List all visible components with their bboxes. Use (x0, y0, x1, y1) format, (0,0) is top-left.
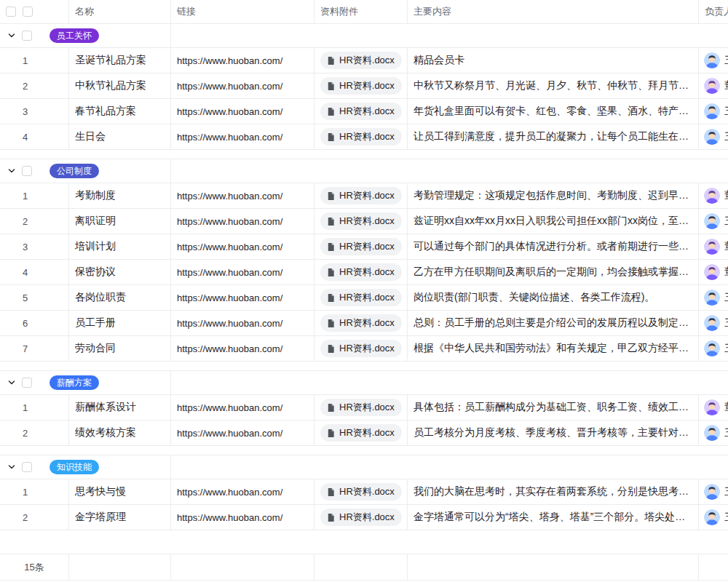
attachment-chip[interactable]: HR资料.docx (320, 289, 402, 306)
content-cell[interactable]: 考勤管理规定：这项规定包括作息时间、考勤制度、迟到早… (408, 183, 699, 208)
row-index[interactable]: 3 (0, 99, 69, 124)
row-index[interactable]: 2 (0, 420, 69, 445)
row-index[interactable]: 6 (0, 311, 69, 335)
link-cell[interactable]: https://www.huoban.com/ (171, 311, 314, 335)
row-index[interactable]: 5 (0, 285, 69, 310)
attachment-cell[interactable]: HR资料.docx (314, 505, 408, 530)
name-cell[interactable]: 绩效考核方案 (69, 420, 171, 445)
group-checkbox[interactable] (22, 378, 32, 388)
content-cell[interactable]: 年货礼盒里面可以有贺卡、红包、零食、坚果、酒水、特产… (408, 99, 699, 124)
content-cell[interactable]: 精品会员卡 (408, 48, 699, 73)
attachment-chip[interactable]: HR资料.docx (320, 340, 402, 357)
owner-cell[interactable]: 三 (699, 336, 728, 361)
name-cell[interactable]: 各岗位职责 (69, 285, 171, 310)
owner-cell[interactable]: 三 (699, 311, 728, 335)
owner-cell[interactable]: 三 (699, 505, 728, 530)
column-header-content[interactable]: 主要内容 (408, 0, 699, 23)
attachment-chip[interactable]: HR资料.docx (320, 263, 402, 281)
name-cell[interactable]: 考勤制度 (69, 183, 171, 208)
name-cell[interactable]: 金字塔原理 (69, 505, 171, 530)
name-cell[interactable]: 薪酬体系设计 (69, 395, 171, 420)
owner-cell[interactable]: 董 (699, 73, 728, 98)
link-cell[interactable]: https://www.huoban.com/ (171, 209, 314, 234)
attachment-cell[interactable]: HR资料.docx (314, 260, 408, 284)
chevron-down-icon[interactable] (7, 378, 16, 387)
attachment-cell[interactable]: HR资料.docx (314, 420, 408, 445)
chevron-down-icon[interactable] (7, 167, 16, 175)
row-index[interactable]: 2 (0, 209, 69, 234)
row-index[interactable]: 1 (0, 479, 69, 504)
column-header-name[interactable]: 名称 (69, 0, 171, 23)
group-badge[interactable]: 薪酬方案 (50, 375, 99, 390)
attachment-cell[interactable]: HR资料.docx (314, 73, 408, 98)
attachment-cell[interactable]: HR资料.docx (314, 234, 408, 259)
content-cell[interactable]: 根据《中华人民共和国劳动法》和有关规定，甲乙双方经平… (408, 336, 699, 361)
attachment-chip[interactable]: HR资料.docx (320, 509, 402, 526)
owner-cell[interactable]: 三 (699, 124, 728, 149)
group-checkbox[interactable] (22, 462, 32, 472)
content-cell[interactable]: 中秋节又称祭月节、月光诞、月夕、秋节、仲秋节、拜月节… (408, 73, 699, 98)
owner-cell[interactable]: 三 (699, 285, 728, 310)
group-checkbox[interactable] (22, 166, 32, 176)
chevron-down-icon[interactable] (7, 31, 16, 40)
attachment-chip[interactable]: HR资料.docx (320, 52, 402, 69)
owner-cell[interactable]: 三 (699, 99, 728, 124)
row-index[interactable]: 4 (0, 260, 69, 284)
name-cell[interactable]: 员工手册 (69, 311, 171, 335)
content-cell[interactable]: 可以通过每个部门的具体情况进行分析。或者前期进行一些… (408, 234, 699, 259)
link-cell[interactable]: https://www.huoban.com/ (171, 285, 314, 310)
attachment-chip[interactable]: HR资料.docx (320, 238, 402, 255)
row-index[interactable]: 4 (0, 124, 69, 149)
attachment-cell[interactable]: HR资料.docx (314, 285, 408, 310)
link-cell[interactable]: https://www.huoban.com/ (171, 479, 314, 504)
group-badge[interactable]: 知识技能 (50, 460, 99, 474)
owner-cell[interactable]: 董 (699, 183, 728, 208)
attachment-chip[interactable]: HR资料.docx (320, 424, 402, 442)
link-cell[interactable]: https://www.huoban.com/ (171, 183, 314, 208)
link-cell[interactable]: https://www.huoban.com/ (171, 420, 314, 445)
content-cell[interactable]: 具体包括：员工薪酬构成分为基础工资、职务工资、绩效工… (408, 395, 699, 420)
attachment-chip[interactable]: HR资料.docx (320, 103, 402, 120)
link-cell[interactable]: https://www.huoban.com/ (171, 234, 314, 259)
attachment-chip[interactable]: HR资料.docx (320, 128, 402, 146)
owner-cell[interactable]: 三 (699, 479, 728, 504)
row-index[interactable]: 2 (0, 505, 69, 530)
owner-cell[interactable]: 三 (699, 420, 728, 445)
collapse-all-toggle[interactable] (6, 7, 16, 17)
content-cell[interactable]: 总则：员工手册的总则主要是介绍公司的发展历程以及制定… (408, 311, 699, 335)
link-cell[interactable]: https://www.huoban.com/ (171, 124, 314, 149)
link-cell[interactable]: https://www.huoban.com/ (171, 395, 314, 420)
name-cell[interactable]: 培训计划 (69, 234, 171, 259)
name-cell[interactable]: 圣诞节礼品方案 (69, 48, 171, 73)
name-cell[interactable]: 劳动合同 (69, 336, 171, 361)
attachment-chip[interactable]: HR资料.docx (320, 212, 402, 230)
column-header-link[interactable]: 链接 (171, 0, 314, 23)
content-cell[interactable]: 让员工得到满意度，提升员工的凝聚力，让每个员工能生在… (408, 124, 699, 149)
attachment-cell[interactable]: HR资料.docx (314, 124, 408, 149)
attachment-cell[interactable]: HR资料.docx (314, 209, 408, 234)
name-cell[interactable]: 生日会 (69, 124, 171, 149)
attachment-cell[interactable]: HR资料.docx (314, 183, 408, 208)
row-index[interactable]: 1 (0, 183, 69, 208)
group-checkbox[interactable] (22, 31, 32, 41)
row-index[interactable]: 7 (0, 336, 69, 361)
attachment-cell[interactable]: HR资料.docx (314, 48, 408, 73)
link-cell[interactable]: https://www.huoban.com/ (171, 73, 314, 98)
name-cell[interactable]: 中秋节礼品方案 (69, 73, 171, 98)
owner-cell[interactable]: 董 (699, 234, 728, 259)
row-index[interactable]: 1 (0, 48, 69, 73)
select-all-checkbox[interactable] (23, 7, 33, 17)
group-badge[interactable]: 公司制度 (50, 164, 99, 178)
owner-cell[interactable]: 董 (699, 395, 728, 420)
link-cell[interactable]: https://www.huoban.com/ (171, 99, 314, 124)
content-cell[interactable]: 金字塔通常可以分为“塔尖、塔身、塔基”三个部分。塔尖处… (408, 505, 699, 530)
name-cell[interactable]: 思考快与慢 (69, 479, 171, 504)
row-index[interactable]: 2 (0, 73, 69, 98)
column-header-attachment[interactable]: 资料附件 (314, 0, 408, 23)
attachment-cell[interactable]: HR资料.docx (314, 311, 408, 335)
owner-cell[interactable]: 三 (699, 48, 728, 73)
row-index[interactable]: 3 (0, 234, 69, 259)
attachment-cell[interactable]: HR资料.docx (314, 479, 408, 504)
link-cell[interactable]: https://www.huoban.com/ (171, 505, 314, 530)
link-cell[interactable]: https://www.huoban.com/ (171, 48, 314, 73)
